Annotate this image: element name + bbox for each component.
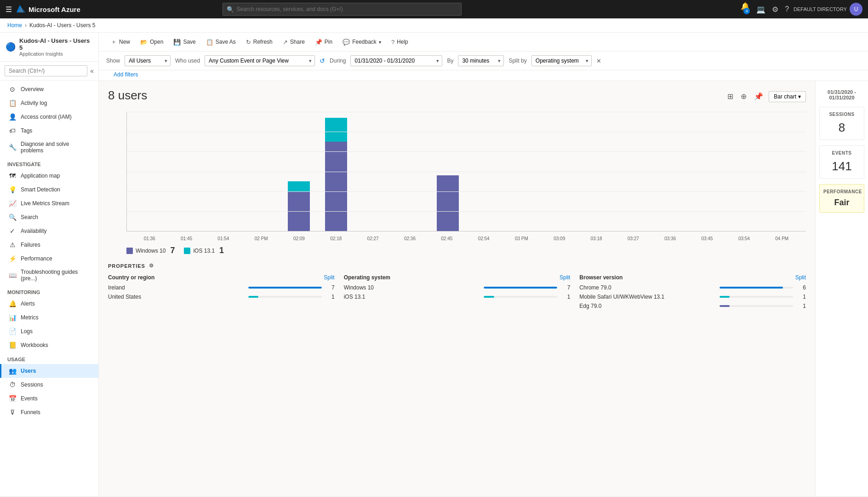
breadcrumb-home[interactable]: Home: [7, 22, 22, 29]
sidebar-item-activity-log[interactable]: 📋 Activity log: [0, 96, 98, 110]
settings-icon[interactable]: ⚙: [772, 5, 778, 14]
main-content: 8 users ⊞ ⊕ 📌 Bar chart ▾ 6.0: [99, 81, 868, 496]
save-button[interactable]: 💾 Save: [169, 36, 200, 48]
bar-group-13[interactable]: [616, 112, 652, 231]
open-button[interactable]: 📂 Open: [136, 36, 168, 48]
filter-refresh-icon[interactable]: ↺: [320, 57, 325, 64]
bar-group-12[interactable]: [579, 112, 615, 231]
sidebar-item-alerts[interactable]: 🔔 Alerts: [0, 297, 98, 311]
chart-type-button[interactable]: Bar chart ▾: [769, 91, 806, 102]
live-metrics-icon: 📈: [9, 200, 16, 207]
sidebar-item-search[interactable]: 🔍 Search: [0, 210, 98, 224]
sidebar-item-funnels[interactable]: ⊽ Funnels: [0, 405, 98, 419]
who-used-select[interactable]: Any Custom Event or Page View: [205, 55, 315, 66]
bar-group-10[interactable]: [504, 112, 541, 231]
sidebar-item-metrics[interactable]: 📊 Metrics: [0, 311, 98, 324]
bar-group-11[interactable]: [542, 112, 578, 231]
bar-group-3[interactable]: [243, 112, 280, 231]
sidebar-item-access-control[interactable]: 👤 Access control (IAM): [0, 110, 98, 124]
refresh-icon: ↻: [246, 39, 251, 46]
sidebar-item-users[interactable]: 👥 Users: [0, 364, 98, 378]
notification-count: 4: [743, 8, 750, 14]
prop-bar-wrap: [484, 296, 557, 298]
bar-group-6[interactable]: [355, 112, 391, 231]
sidebar-item-workbooks[interactable]: 📒 Workbooks: [0, 338, 98, 352]
prop-name: United States: [108, 294, 245, 300]
sidebar-label-users: Users: [21, 368, 36, 374]
breadcrumb: Home › Kudos-AI - Users - Users 5: [0, 18, 868, 33]
sidebar-item-logs[interactable]: 📄 Logs: [0, 324, 98, 338]
bar-group-2[interactable]: [206, 112, 242, 231]
share-button[interactable]: ↗ Share: [278, 36, 309, 48]
save-as-button[interactable]: 📋 Save As: [201, 36, 240, 48]
x-axis-labels: 01:3601:4501:5402 PM02:0902:1802:2702:36…: [126, 235, 806, 241]
sidebar-item-troubleshooting[interactable]: 📖 Troubleshooting guides (pre...): [0, 266, 98, 285]
user-menu[interactable]: DEFAULT DIRECTORY U: [794, 3, 862, 16]
sidebar-item-availability[interactable]: ✓ Availability: [0, 224, 98, 238]
bar-group-8[interactable]: [430, 112, 466, 231]
x-label: 01:45: [181, 236, 192, 241]
show-select[interactable]: All Users: [125, 55, 171, 66]
sidebar-item-sessions[interactable]: ⏱ Sessions: [0, 378, 98, 392]
bar-group-16[interactable]: [728, 112, 764, 231]
prop-count: 1: [797, 294, 806, 300]
share-icon: ↗: [283, 39, 288, 46]
sidebar-item-failures[interactable]: ⚠ Failures: [0, 238, 98, 252]
sidebar-item-overview[interactable]: ⊙ Overview: [0, 82, 98, 96]
properties-settings-icon[interactable]: ⚙: [149, 263, 154, 269]
prop-split-link-0[interactable]: Split: [324, 274, 334, 281]
bar-group-15[interactable]: [691, 112, 727, 231]
new-button[interactable]: ＋ New: [106, 35, 135, 48]
bar-group-14[interactable]: [653, 112, 690, 231]
sidebar-item-app-map[interactable]: 🗺 Application map: [0, 169, 98, 183]
global-search[interactable]: 🔍: [223, 3, 462, 16]
sidebar-item-smart-detection[interactable]: 💡 Smart Detection: [0, 183, 98, 196]
grid-view-button[interactable]: ⊞: [725, 90, 735, 103]
performance-icon: ⚡: [9, 255, 16, 262]
sidebar-item-tags[interactable]: 🏷 Tags: [0, 124, 98, 138]
sidebar-section-monitoring: Monitoring: [0, 285, 98, 297]
sidebar-item-performance[interactable]: ⚡ Performance: [0, 252, 98, 266]
sessions-value: 8: [823, 121, 860, 135]
save-icon: 💾: [173, 39, 181, 46]
prop-split-link-2[interactable]: Split: [795, 274, 806, 281]
sidebar-item-events[interactable]: 📅 Events: [0, 392, 98, 405]
pin-button[interactable]: 📌 Pin: [310, 36, 337, 48]
split-by-select[interactable]: Operating system: [531, 55, 592, 66]
bar-group-9[interactable]: [467, 112, 503, 231]
x-label: 02:36: [404, 236, 416, 241]
bar-group-5[interactable]: [318, 112, 354, 231]
sidebar-label-app-map: Application map: [21, 173, 60, 179]
prop-split-link-1[interactable]: Split: [560, 274, 570, 281]
bar-group-7[interactable]: [392, 112, 428, 231]
add-chart-button[interactable]: ⊕: [739, 90, 748, 103]
sessions-label: SESSIONS: [823, 112, 860, 117]
notifications-icon[interactable]: 🔔 4: [741, 2, 750, 17]
split-by-clear-icon[interactable]: ✕: [596, 58, 601, 64]
availability-icon: ✓: [9, 227, 16, 235]
bar-group-1[interactable]: [169, 112, 205, 231]
sidebar-label-search: Search: [21, 214, 38, 220]
during-select[interactable]: 01/31/2020 - 01/31/2020: [350, 55, 442, 66]
hamburger-icon[interactable]: ☰: [6, 5, 12, 14]
refresh-button[interactable]: ↻ Refresh: [241, 36, 277, 48]
help-button[interactable]: ? Help: [387, 36, 413, 48]
sidebar-item-diagnose[interactable]: 🔧 Diagnose and solve problems: [0, 138, 98, 157]
add-filters-link[interactable]: Add filters: [106, 69, 145, 81]
bar-group-17[interactable]: [765, 112, 801, 231]
by-select[interactable]: 30 minutes: [458, 55, 504, 66]
feedback-button[interactable]: 💬 Feedback ▾: [338, 36, 386, 48]
sidebar-search-input[interactable]: [5, 65, 87, 76]
pin-chart-button[interactable]: 📌: [752, 90, 765, 103]
sidebar-collapse-button[interactable]: «: [90, 67, 94, 75]
x-label: 04 PM: [775, 236, 788, 241]
help-icon[interactable]: ?: [785, 5, 789, 13]
sidebar-item-live-metrics[interactable]: 📈 Live Metrics Stream: [0, 196, 98, 210]
search-input[interactable]: [237, 6, 457, 12]
prop-bar: [484, 296, 494, 298]
cloud-shell-icon[interactable]: 💻: [756, 5, 765, 14]
bar-group-0[interactable]: [131, 112, 168, 231]
sidebar-label-failures: Failures: [21, 242, 40, 248]
bar-group-4[interactable]: [280, 112, 317, 231]
funnels-icon: ⊽: [9, 409, 16, 416]
